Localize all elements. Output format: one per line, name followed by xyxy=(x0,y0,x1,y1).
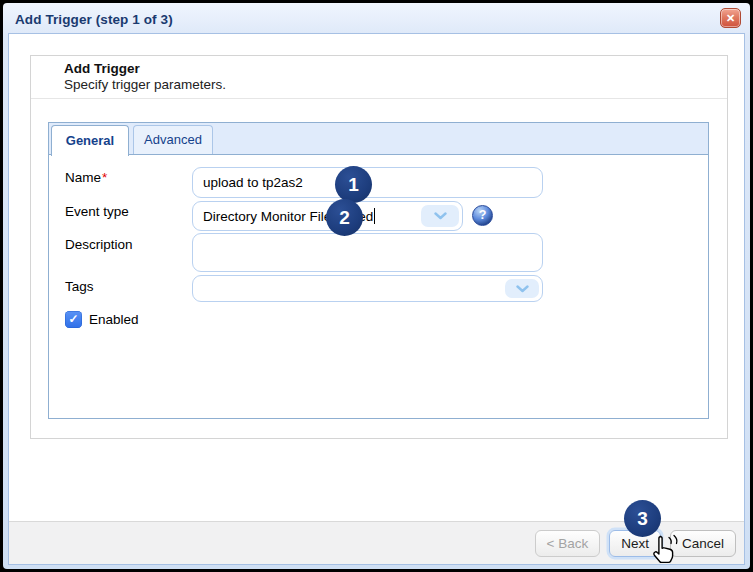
description-label: Description xyxy=(65,237,133,252)
required-asterisk: * xyxy=(102,170,107,185)
help-icon[interactable]: ? xyxy=(472,205,493,226)
wizard-header-title: Add Trigger xyxy=(64,61,140,76)
back-button[interactable]: < Back xyxy=(535,530,601,557)
trigger-tab-panel: General Advanced Name* Event type Direct… xyxy=(48,122,709,419)
wizard-header-subtitle: Specify trigger parameters. xyxy=(64,77,226,92)
description-textarea[interactable] xyxy=(192,233,543,272)
close-icon[interactable]: ✕ xyxy=(720,8,741,28)
tags-label: Tags xyxy=(65,279,94,294)
name-label: Name* xyxy=(65,170,107,185)
screenshot-root: Add Trigger (step 1 of 3) ✕ Add Trigger … xyxy=(0,0,753,572)
text-caret xyxy=(374,208,375,224)
enabled-checkbox[interactable] xyxy=(65,311,82,328)
annotation-step-1: 1 xyxy=(335,166,372,203)
tab-general[interactable]: General xyxy=(51,125,129,156)
dialog-body: Add Trigger Specify trigger parameters. … xyxy=(8,33,745,565)
name-label-text: Name xyxy=(65,170,101,185)
wizard-header: Add Trigger Specify trigger parameters. xyxy=(31,56,727,99)
tags-dropdown-button[interactable] xyxy=(505,279,539,298)
event-type-label: Event type xyxy=(65,204,129,219)
annotation-step-3: 3 xyxy=(624,500,661,537)
tags-combobox[interactable] xyxy=(192,275,543,302)
tab-advanced[interactable]: Advanced xyxy=(133,125,213,154)
add-trigger-dialog: Add Trigger (step 1 of 3) ✕ Add Trigger … xyxy=(3,3,750,569)
chevron-down-icon xyxy=(516,285,529,293)
annotation-step-2: 2 xyxy=(326,199,363,236)
chevron-down-icon xyxy=(434,212,447,220)
wizard-panel: Add Trigger Specify trigger parameters. … xyxy=(30,55,728,439)
event-type-dropdown-button[interactable] xyxy=(421,205,459,227)
enabled-label: Enabled xyxy=(89,312,139,327)
dialog-title: Add Trigger (step 1 of 3) xyxy=(15,12,173,27)
cancel-button[interactable]: Cancel xyxy=(670,530,736,557)
tab-strip: General Advanced xyxy=(49,123,708,155)
